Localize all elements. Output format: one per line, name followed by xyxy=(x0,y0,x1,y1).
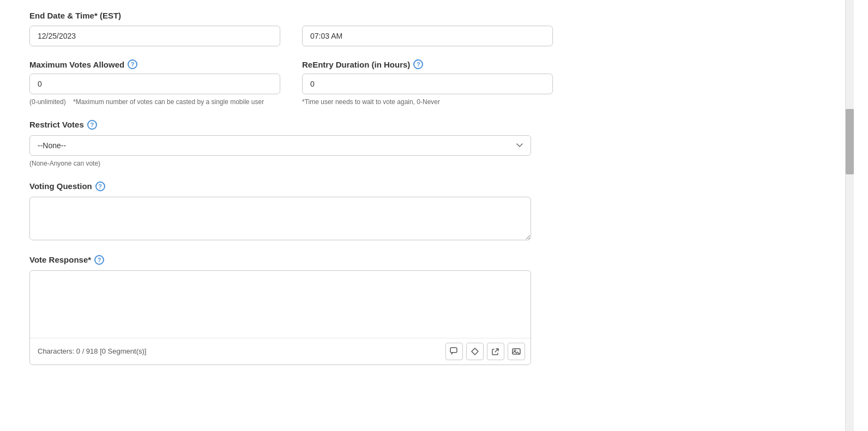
svg-point-2 xyxy=(514,350,516,351)
reentry-duration-hint: *Time user needs to wait to vote again, … xyxy=(302,98,553,107)
scrollbar[interactable] xyxy=(845,0,854,431)
maximum-votes-label: Maximum Votes Allowed ? xyxy=(29,59,280,69)
vote-response-help-icon[interactable]: ? xyxy=(94,255,104,265)
external-link-button[interactable] xyxy=(487,343,504,360)
reentry-duration-help-icon[interactable]: ? xyxy=(413,59,423,69)
svg-rect-0 xyxy=(450,348,457,353)
restrict-votes-select[interactable]: --None-- Registered Users Logged In User… xyxy=(29,135,531,156)
tag-icon xyxy=(471,347,479,356)
end-datetime-label: End Date & Time* (EST) xyxy=(29,11,823,20)
vote-response-label: Vote Response* ? xyxy=(29,255,531,265)
scrollbar-thumb[interactable] xyxy=(846,109,854,174)
tag-button[interactable] xyxy=(466,343,484,360)
voting-question-help-icon[interactable]: ? xyxy=(95,181,105,191)
end-date-input[interactable] xyxy=(29,26,280,46)
vote-response-textarea[interactable] xyxy=(30,271,531,336)
vote-response-container: Characters: 0 / 918 [0 Segment(s)] xyxy=(29,270,531,365)
char-count: Characters: 0 / 918 [0 Segment(s)] xyxy=(35,347,146,355)
voting-question-label: Voting Question ? xyxy=(29,181,531,191)
image-button[interactable] xyxy=(508,343,525,360)
restrict-votes-label: Restrict Votes ? xyxy=(29,120,531,130)
reentry-duration-label: ReEntry Duration (in Hours) ? xyxy=(302,59,553,69)
maximum-votes-input[interactable] xyxy=(29,74,280,94)
image-icon xyxy=(512,347,521,356)
end-time-input[interactable] xyxy=(302,26,553,46)
voting-question-textarea[interactable] xyxy=(29,197,531,240)
reentry-duration-input[interactable] xyxy=(302,74,553,94)
speech-bubble-button[interactable] xyxy=(445,343,463,360)
vote-response-toolbar: Characters: 0 / 918 [0 Segment(s)] xyxy=(30,338,531,365)
maximum-votes-hint: (0-unlimited) *Maximum number of votes c… xyxy=(29,98,280,107)
maximum-votes-help-icon[interactable]: ? xyxy=(128,59,137,69)
external-link-icon xyxy=(491,347,500,356)
speech-bubble-icon xyxy=(450,347,459,356)
restrict-votes-help-icon[interactable]: ? xyxy=(87,120,97,130)
restrict-votes-hint: (None-Anyone can vote) xyxy=(29,159,531,168)
